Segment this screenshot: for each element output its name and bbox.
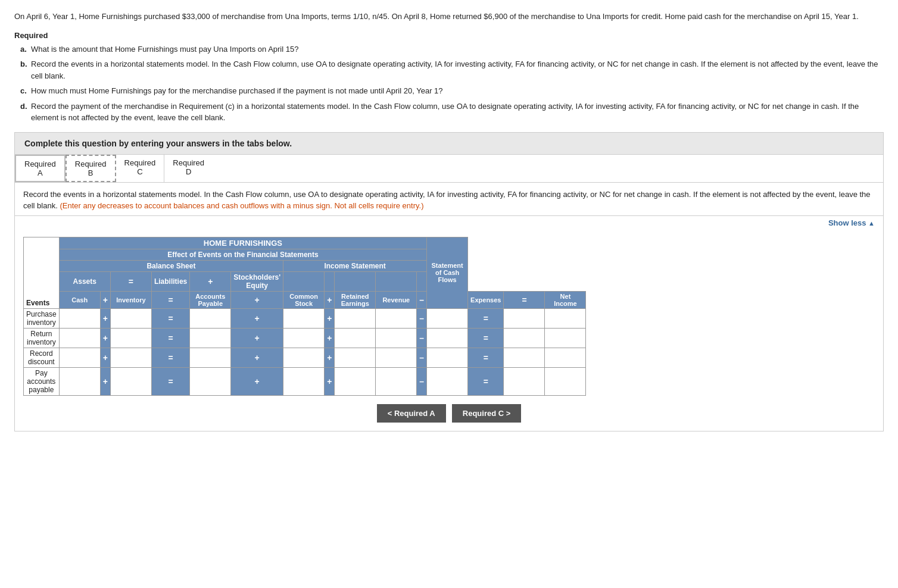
discount-cs-input[interactable] bbox=[286, 354, 322, 362]
pay-rev-input[interactable] bbox=[378, 377, 414, 386]
pay-inventory[interactable] bbox=[110, 367, 151, 395]
return-cash[interactable] bbox=[59, 328, 100, 348]
pay-ap[interactable] bbox=[190, 367, 231, 395]
return-cs[interactable] bbox=[283, 328, 325, 348]
spacer1 bbox=[283, 271, 325, 291]
purchase-inventory-input[interactable] bbox=[113, 314, 149, 323]
discount-inventory[interactable] bbox=[110, 348, 151, 367]
eq2: = bbox=[151, 291, 189, 308]
eq-op1: = bbox=[151, 308, 189, 328]
return-exp-input[interactable] bbox=[429, 334, 465, 342]
eq1: = bbox=[110, 271, 151, 291]
prev-button[interactable]: < Required A bbox=[377, 404, 446, 423]
discount-cs[interactable] bbox=[283, 348, 325, 367]
return-rev[interactable] bbox=[376, 328, 417, 348]
return-ap-input[interactable] bbox=[192, 334, 228, 342]
pay-scf-input[interactable] bbox=[547, 377, 583, 386]
purchase-cash-input[interactable] bbox=[62, 314, 98, 323]
purchase-scf-input[interactable] bbox=[547, 314, 583, 323]
list-item-d: d. Record the payment of the merchandise… bbox=[20, 101, 884, 124]
tab-required-c[interactable]: RequiredC bbox=[116, 155, 165, 182]
return-scf[interactable] bbox=[545, 328, 586, 348]
common-stock-header: CommonStock bbox=[283, 291, 325, 308]
pay-inventory-input[interactable] bbox=[113, 377, 149, 386]
minus-op1: – bbox=[417, 308, 427, 328]
purchase-ap[interactable] bbox=[190, 308, 231, 328]
letter-d: d. bbox=[20, 101, 31, 124]
discount-ap[interactable] bbox=[190, 348, 231, 367]
pay-re-input[interactable] bbox=[337, 377, 373, 386]
return-inventory-input[interactable] bbox=[113, 334, 149, 342]
pay-ni[interactable] bbox=[504, 367, 545, 395]
pay-cash-input[interactable] bbox=[62, 377, 98, 386]
purchase-cs[interactable] bbox=[283, 308, 325, 328]
nav-buttons: < Required A Required C > bbox=[23, 404, 875, 423]
return-re[interactable] bbox=[335, 328, 376, 348]
pay-cash[interactable] bbox=[59, 367, 100, 395]
purchase-ni-input[interactable] bbox=[506, 314, 542, 323]
discount-re[interactable] bbox=[335, 348, 376, 367]
tab-required-b[interactable]: RequiredB bbox=[66, 155, 116, 182]
purchase-rev[interactable] bbox=[376, 308, 417, 328]
return-inventory[interactable] bbox=[110, 328, 151, 348]
discount-scf-input[interactable] bbox=[547, 354, 583, 362]
return-rev-input[interactable] bbox=[378, 334, 414, 342]
discount-cash-input[interactable] bbox=[62, 354, 98, 362]
discount-exp[interactable] bbox=[427, 348, 468, 367]
return-scf-input[interactable] bbox=[547, 334, 583, 342]
tab-required-a[interactable]: RequiredA bbox=[15, 155, 66, 182]
pay-ni-input[interactable] bbox=[506, 377, 542, 386]
revenue-header: Revenue bbox=[376, 291, 417, 308]
event-label-purchase: Purchaseinventory bbox=[24, 308, 60, 328]
required-label: Required bbox=[14, 31, 884, 40]
pay-cs-input[interactable] bbox=[286, 377, 322, 386]
pay-rev[interactable] bbox=[376, 367, 417, 395]
purchase-cash[interactable] bbox=[59, 308, 100, 328]
pay-scf[interactable] bbox=[545, 367, 586, 395]
discount-scf[interactable] bbox=[545, 348, 586, 367]
discount-rev[interactable] bbox=[376, 348, 417, 367]
net-income-header: NetIncome bbox=[545, 291, 586, 308]
return-exp[interactable] bbox=[427, 328, 468, 348]
purchase-ni[interactable] bbox=[504, 308, 545, 328]
return-ap[interactable] bbox=[190, 328, 231, 348]
purchase-re-input[interactable] bbox=[337, 314, 373, 323]
discount-rev-input[interactable] bbox=[378, 354, 414, 362]
purchase-exp[interactable] bbox=[427, 308, 468, 328]
discount-ap-input[interactable] bbox=[192, 354, 228, 362]
pay-ap-input[interactable] bbox=[192, 377, 228, 386]
pay-exp[interactable] bbox=[427, 367, 468, 395]
purchase-ap-input[interactable] bbox=[192, 314, 228, 323]
return-ni[interactable] bbox=[504, 328, 545, 348]
return-re-input[interactable] bbox=[337, 334, 373, 342]
purchase-re[interactable] bbox=[335, 308, 376, 328]
purchase-cs-input[interactable] bbox=[286, 314, 322, 323]
return-cash-input[interactable] bbox=[62, 334, 98, 342]
return-cs-input[interactable] bbox=[286, 334, 322, 342]
tab-required-d[interactable]: RequiredD bbox=[164, 155, 213, 182]
spacer5 bbox=[417, 271, 427, 291]
instructions-orange: (Enter any decreases to account balances… bbox=[60, 201, 423, 210]
events-header: Events bbox=[24, 237, 60, 308]
pay-exp-input[interactable] bbox=[429, 377, 465, 386]
letter-a: a. bbox=[20, 43, 31, 55]
pay-cs[interactable] bbox=[283, 367, 325, 395]
purchase-rev-input[interactable] bbox=[378, 314, 414, 323]
discount-inventory-input[interactable] bbox=[113, 354, 149, 362]
discount-re-input[interactable] bbox=[337, 354, 373, 362]
discount-exp-input[interactable] bbox=[429, 354, 465, 362]
spacer4 bbox=[376, 271, 417, 291]
discount-cash[interactable] bbox=[59, 348, 100, 367]
next-button[interactable]: Required C > bbox=[452, 404, 522, 423]
minus1: – bbox=[417, 291, 427, 308]
purchase-exp-input[interactable] bbox=[429, 314, 465, 323]
pay-re[interactable] bbox=[335, 367, 376, 395]
discount-ni[interactable] bbox=[504, 348, 545, 367]
return-ni-input[interactable] bbox=[506, 334, 542, 342]
show-less-button[interactable]: Show less ▲ bbox=[15, 216, 883, 231]
discount-ni-input[interactable] bbox=[506, 354, 542, 362]
balance-sheet-header: Balance Sheet bbox=[59, 260, 283, 271]
purchase-inventory[interactable] bbox=[110, 308, 151, 328]
purchase-scf[interactable] bbox=[545, 308, 586, 328]
plus2: + bbox=[231, 291, 283, 308]
